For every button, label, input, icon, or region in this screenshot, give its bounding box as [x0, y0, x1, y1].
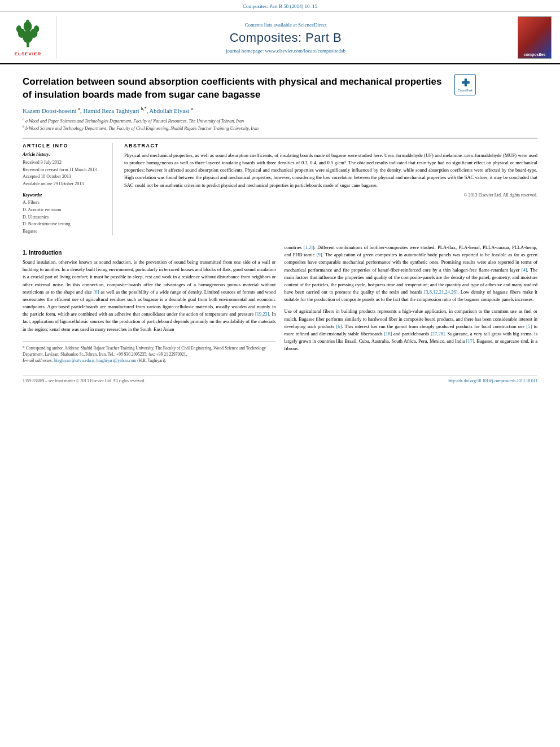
- title-row: Correlation between sound absorption coe…: [23, 71, 537, 106]
- ref-18: [18]: [384, 331, 392, 337]
- elsevier-tree-icon: [12, 19, 43, 50]
- authors-line: Kazem Doost-hoseini a, Hamid Reza Taghiy…: [23, 106, 537, 114]
- history-received: Received 9 July 2012: [23, 159, 107, 167]
- keyword-1: D. Acoustic emission: [23, 207, 107, 214]
- ref-1-2: [1,2]: [304, 244, 313, 250]
- sciencedirect-line: Contents lists available at ScienceDirec…: [245, 22, 327, 28]
- body-left-column: 1. Introduction Sound insulation, otherw…: [23, 244, 276, 364]
- homepage-label: journal homepage:: [226, 48, 264, 54]
- ref-9: [9]: [317, 252, 322, 257]
- body-content: 1. Introduction Sound insulation, otherw…: [23, 244, 537, 364]
- body-right-column: countries [1,2]). Different combinations…: [285, 244, 538, 364]
- article-info-column: ARTICLE INFO Article history: Received 9…: [23, 143, 113, 235]
- journal-header: ELSEVIER Contents lists available at Sci…: [0, 12, 560, 64]
- abstract-column: ABSTRACT Physical and mechanical propert…: [124, 143, 537, 235]
- journal-cover-image: composites: [515, 16, 554, 59]
- elsevier-text: ELSEVIER: [15, 51, 42, 56]
- abstract-label: ABSTRACT: [124, 143, 537, 148]
- intro-right-text-2: Use of agricultural fibers in building p…: [285, 308, 538, 352]
- author-2-affil: b,*: [141, 106, 146, 111]
- keyword-3: D. Non-destructive testing: [23, 221, 107, 228]
- history-accepted: Accepted 18 October 2013: [23, 173, 107, 181]
- article-title: Correlation between sound absorption coe…: [23, 76, 446, 102]
- cover-box: composites: [518, 16, 552, 59]
- author-3: Abdollah Elyasi: [149, 107, 189, 114]
- ref-6b: [6]: [336, 324, 342, 329]
- footnote-section: * Corresponding author. Address: Shahid …: [23, 342, 276, 364]
- history-online: Available online 29 October 2013: [23, 181, 107, 188]
- keyword-0: A. Fibers: [23, 199, 107, 207]
- keywords-label: Keywords:: [23, 193, 107, 198]
- homepage-url[interactable]: www.elsevier.com/locate/compositedsb: [265, 48, 345, 54]
- article-info-row: ARTICLE INFO Article history: Received 9…: [23, 138, 537, 235]
- page: Composites: Part B 58 (2014) 10–15 ELSEV…: [0, 0, 560, 747]
- keyword-2: D. Ultrasonics: [23, 214, 107, 221]
- author-3-affil: a: [191, 106, 193, 111]
- ref-5: [5]: [526, 324, 532, 329]
- email-link-1[interactable]: htaghiyari@srtvu.edu.ir: [54, 358, 94, 363]
- sciencedirect-link[interactable]: ScienceDirect: [298, 22, 326, 28]
- abstract-text: Physical and mechanical properties, as w…: [124, 152, 537, 189]
- crossmark-icon: ✚: [461, 78, 470, 88]
- journal-title-block: Contents lists available at ScienceDirec…: [62, 16, 509, 59]
- footnote-email: E-mail addresses: htaghiyari@srtvu.edu.i…: [23, 357, 276, 364]
- crossmark-inner: ✚ CrossMark: [454, 74, 476, 95]
- crossmark-block[interactable]: ✚ CrossMark: [454, 74, 477, 97]
- author-1-affil: a: [78, 106, 80, 111]
- footnote-corresponding: * Corresponding author. Address: Shahid …: [23, 345, 276, 358]
- article-history-label: Article history:: [23, 152, 107, 157]
- intro-heading: 1. Introduction: [23, 250, 276, 256]
- intro-left-text: Sound insulation, otherwise known as sou…: [23, 259, 276, 333]
- ref-27-28: [27,28]: [431, 331, 445, 337]
- copyright-line: © 2013 Elsevier Ltd. All rights reserved…: [124, 193, 537, 198]
- doi-link[interactable]: http://dx.doi.org/10.1016/j.compositesb.…: [448, 378, 537, 383]
- affiliation-a: a a Wood and Paper Sciences and Technolo…: [23, 117, 537, 125]
- journal-top-bar: Composites: Part B 58 (2014) 10–15: [0, 0, 560, 12]
- affiliation-b: b b Wood Science and Technology Departme…: [23, 124, 537, 132]
- crossmark-label: CrossMark: [458, 89, 473, 92]
- ref-6a: [6]: [94, 289, 99, 295]
- cover-box-text: composites: [524, 53, 546, 56]
- elsevier-logo-block: ELSEVIER: [6, 16, 56, 59]
- author-2: Hamid Reza Taghiyari: [83, 107, 139, 114]
- svg-point-5: [34, 25, 39, 33]
- intro-right-text: countries [1,2]). Different combinations…: [285, 244, 538, 303]
- journal-citation: Composites: Part B 58 (2014) 10–15: [243, 3, 317, 9]
- email-link-2[interactable]: htaghiyari@yahoo.com: [97, 358, 136, 363]
- affiliations: a a Wood and Paper Sciences and Technolo…: [23, 117, 537, 132]
- author-1: Kazem Doost-hoseini: [23, 107, 77, 114]
- journal-main-title: Composites: Part B: [230, 30, 342, 45]
- article-info-label: ARTICLE INFO: [23, 143, 107, 148]
- ref-4: [4]: [522, 267, 527, 273]
- article-content: Correlation between sound absorption coe…: [0, 64, 560, 395]
- svg-point-7: [26, 20, 29, 23]
- contents-label: Contents lists available at: [245, 22, 297, 28]
- ref-19-23: [19,23]: [255, 311, 269, 317]
- ref-3-8: [3,8,12,21,24,26]: [424, 289, 457, 295]
- ref-17: [17]: [466, 338, 474, 344]
- history-revised: Received in revised form 11 March 2013: [23, 167, 107, 174]
- bottom-bar: 1359-8368/$ – see front matter © 2013 El…: [23, 375, 537, 383]
- issn-text: 1359-8368/$ – see front matter © 2013 El…: [23, 378, 145, 383]
- keyword-4: Bagasse: [23, 228, 107, 235]
- journal-homepage: journal homepage: www.elsevier.com/locat…: [226, 48, 345, 54]
- svg-point-4: [16, 25, 21, 33]
